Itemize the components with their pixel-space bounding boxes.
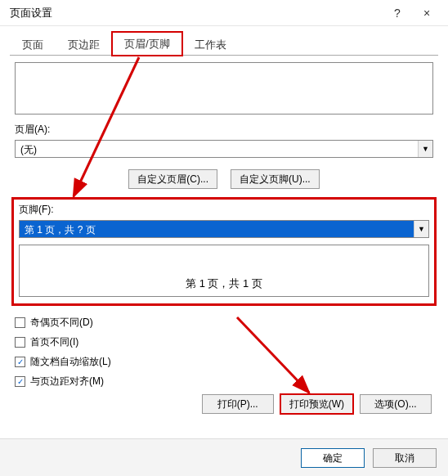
footer-preview-text: 第 1 页，共 1 页 [186,276,262,291]
custom-buttons-row: 自定义页眉(C)... 自定义页脚(U)... [15,169,433,189]
footer-preview: 第 1 页，共 1 页 [19,245,429,297]
close-button[interactable]: × [412,0,441,26]
checkbox-checked-icon: ✓ [15,357,25,367]
print-preview-button[interactable]: 打印预览(W) [280,394,353,414]
check-first-page[interactable]: 首页不同(I) [15,335,433,349]
cancel-button[interactable]: 取消 [373,448,437,468]
checkbox-icon [15,337,25,348]
header-select-value: (无) [16,141,418,157]
action-buttons-row: 打印(P)... 打印预览(W) 选项(O)... [15,394,433,414]
check-label: 奇偶页不同(D) [30,316,93,330]
check-label: 与页边距对齐(M) [30,375,104,388]
check-label: 随文档自动缩放(L) [30,355,111,369]
header-preview [15,62,433,115]
tab-margins[interactable]: 页边距 [56,33,112,56]
checkbox-group: 奇偶页不同(D) 首页不同(I) ✓ 随文档自动缩放(L) ✓ 与页边距对齐(M… [15,316,433,388]
check-scale-doc[interactable]: ✓ 随文档自动缩放(L) [15,355,433,369]
custom-header-button[interactable]: 自定义页眉(C)... [128,169,217,189]
tab-page[interactable]: 页面 [10,33,56,56]
footer-select-value: 第 1 页，共 ? 页 [20,221,414,237]
header-label: 页眉(A): [15,123,433,137]
tab-bar: 页面 页边距 页眉/页脚 工作表 [10,31,438,56]
check-odd-even[interactable]: 奇偶页不同(D) [15,316,433,330]
help-button[interactable]: ? [383,0,412,26]
custom-footer-button[interactable]: 自定义页脚(U)... [231,169,320,189]
checkbox-checked-icon: ✓ [15,376,25,387]
titlebar: 页面设置 ? × [0,0,448,26]
checkbox-icon [15,317,25,328]
footer-group: 页脚(F): 第 1 页，共 ? 页 ▼ 第 1 页，共 1 页 [11,197,437,306]
footer-select[interactable]: 第 1 页，共 ? 页 ▼ [19,220,429,238]
ok-button[interactable]: 确定 [301,448,365,468]
footer-label: 页脚(F): [19,203,429,217]
options-button[interactable]: 选项(O)... [360,394,432,414]
header-select[interactable]: (无) ▼ [15,140,433,158]
window-title: 页面设置 [10,6,383,20]
tab-header-footer[interactable]: 页眉/页脚 [112,32,182,56]
chevron-down-icon: ▼ [414,221,428,237]
tab-sheet[interactable]: 工作表 [182,33,239,56]
check-label: 首页不同(I) [30,335,78,349]
check-align-margin[interactable]: ✓ 与页边距对齐(M) [15,375,433,388]
bottom-bar: 确定 取消 [0,438,448,476]
print-button[interactable]: 打印(P)... [202,394,274,414]
chevron-down-icon: ▼ [418,141,432,157]
content: 页眉(A): (无) ▼ 自定义页眉(C)... 自定义页脚(U)... 页脚(… [0,56,448,414]
